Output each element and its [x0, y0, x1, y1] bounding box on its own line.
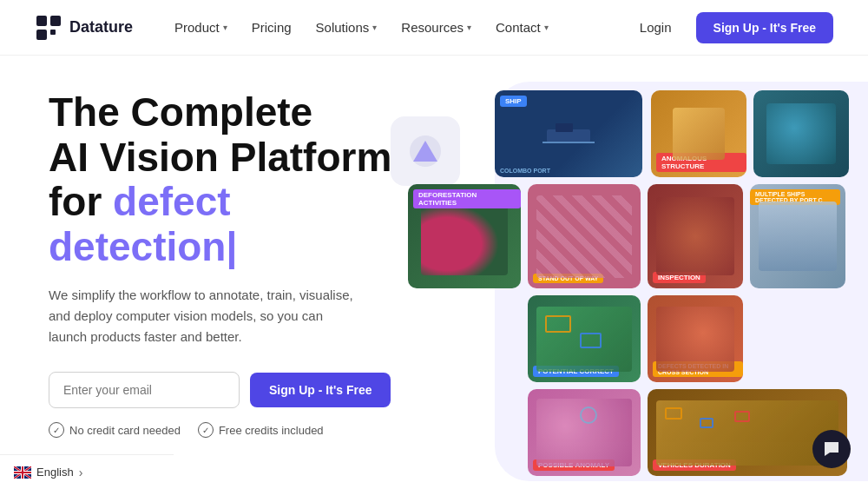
nav-item-contact[interactable]: Contact ▾ [485, 13, 559, 42]
image-card-vehicles: VEHICLES DURATION [648, 389, 847, 476]
svg-rect-3 [50, 30, 56, 35]
hero-subtext: We simplify the workflow to annotate, tr… [49, 285, 361, 347]
logo-text: Datature [69, 18, 133, 36]
hero-section: The Complete AI Vision Platform for defe… [0, 56, 868, 489]
hero-heading: The Complete AI Vision Platform for defe… [49, 90, 417, 269]
nav-signup-button[interactable]: Sign Up - It's Free [696, 12, 833, 43]
label-ship: SHIP [500, 96, 527, 107]
image-grid: SHIP COLOMBO PORT ANOMALOUS STRUCTURE [408, 90, 859, 481]
image-card-defects: DEFECTS DETECTED IN CROSS SECTION [648, 295, 743, 382]
login-button[interactable]: Login [629, 13, 682, 42]
nav-item-resources[interactable]: Resources ▾ [391, 13, 482, 42]
hero-right: SHIP COLOMBO PORT ANOMALOUS STRUCTURE [391, 64, 868, 489]
check-icon: ✓ [49, 422, 64, 438]
image-card-cells: POSSIBLE ANOMALY [528, 389, 641, 476]
nav-item-product[interactable]: Product ▾ [164, 13, 238, 42]
badge-no-cc: ✓ No credit card needed [49, 422, 181, 438]
location-label: COLOMBO PORT [500, 168, 550, 174]
svg-rect-0 [36, 16, 47, 26]
hero-signup-button[interactable]: Sign Up - It's Free [250, 373, 391, 407]
chevron-down-icon: ▾ [372, 23, 377, 32]
image-card-structure: ANOMALOUS STRUCTURE [651, 90, 746, 177]
image-card-ships-detected: MULTIPLE SHIPS DETECTED BY PORT C [750, 184, 845, 288]
hero-left: The Complete AI Vision Platform for defe… [0, 56, 417, 489]
label-deforestation: DEFORESTATION ACTIVITIES [413, 189, 521, 208]
navbar: Datature Product ▾ Pricing Solutions ▾ R… [0, 0, 868, 56]
badge-free-credits: ✓ Free credits included [198, 422, 324, 438]
svg-rect-2 [36, 30, 47, 40]
image-card-deforestation: DEFORESTATION ACTIVITIES [408, 184, 521, 288]
nav-right: Login Sign Up - It's Free [629, 12, 833, 43]
nav-links: Product ▾ Pricing Solutions ▾ Resources … [164, 13, 629, 42]
chat-button[interactable] [812, 430, 851, 468]
chevron-down-icon: ▾ [467, 23, 471, 32]
chevron-down-icon: ▾ [223, 23, 227, 32]
check-icon: ✓ [198, 422, 214, 438]
image-card-water [753, 90, 849, 177]
email-input[interactable] [49, 372, 240, 408]
chevron-down-icon: ▾ [544, 23, 549, 32]
hero-badges: ✓ No credit card needed ✓ Free credits i… [49, 422, 417, 438]
logo[interactable]: Datature [35, 14, 133, 42]
image-card-potential: POTENTIAL CORRECT [528, 295, 641, 382]
hero-cta: Sign Up - It's Free [49, 372, 417, 408]
image-card-inspection: INSPECTION [648, 184, 743, 288]
image-card-buildings: STAND OUT OF WAY [528, 184, 641, 288]
svg-rect-7 [556, 123, 573, 132]
svg-rect-1 [50, 16, 61, 26]
nav-item-pricing[interactable]: Pricing [241, 13, 302, 42]
image-card-ship: SHIP COLOMBO PORT [495, 90, 642, 177]
nav-item-solutions[interactable]: Solutions ▾ [306, 13, 388, 42]
